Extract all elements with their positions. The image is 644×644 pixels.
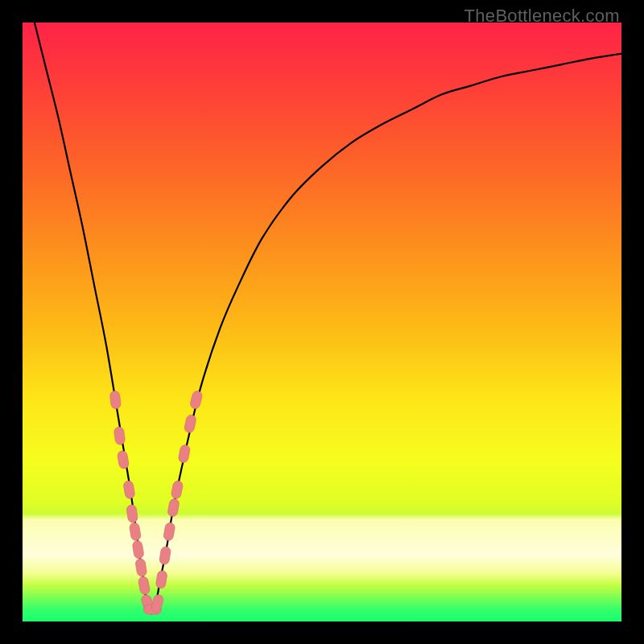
plot-frame [23,23,621,621]
gradient-backdrop [23,23,621,621]
gradient-rect [23,23,621,621]
stage: TheBottleneck.com [0,0,644,644]
